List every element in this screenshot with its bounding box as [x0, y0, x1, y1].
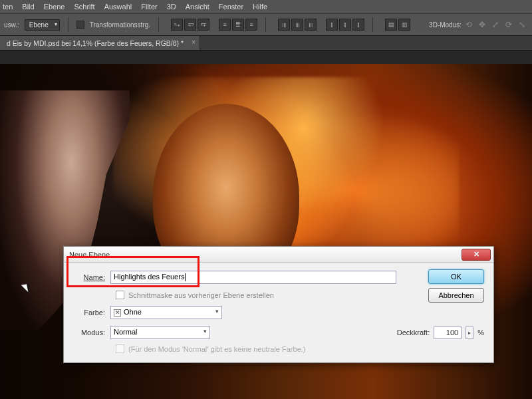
cancel-button[interactable]: Abbrechen: [428, 288, 484, 303]
none-swatch-icon: ✕: [114, 309, 121, 317]
align-icon[interactable]: ⮑: [171, 19, 183, 31]
color-dropdown[interactable]: ✕Ohne: [110, 306, 222, 319]
slide-3d-icon[interactable]: ⤢: [492, 20, 501, 29]
align-icon[interactable]: ⮓: [198, 19, 209, 31]
neutral-fill-checkbox: [116, 344, 124, 353]
new-layer-dialog: Neue Ebene ✕ OK Abbrechen Name: Highligh…: [63, 246, 494, 363]
mode-dropdown[interactable]: Normal: [110, 326, 210, 339]
separator: [265, 17, 266, 32]
distribute-icon[interactable]: ⫼: [291, 19, 303, 31]
document-tab[interactable]: d Eis by MDI.psd bei 14,1% (Farbe des Fe…: [0, 36, 200, 50]
distribute-icon[interactable]: ⫼: [278, 19, 290, 31]
mode-3d-label: 3D-Modus:: [429, 21, 462, 29]
menu-item[interactable]: Auswahl: [104, 3, 132, 11]
distribute-icon[interactable]: ⫼: [305, 19, 317, 31]
distribute-icon[interactable]: ⫿: [339, 19, 351, 31]
close-tab-icon[interactable]: ×: [192, 39, 196, 46]
dialog-title: Neue Ebene: [69, 251, 462, 259]
name-input[interactable]: Highlights des Feuers: [110, 271, 396, 284]
orbit-3d-icon[interactable]: ⟲: [466, 20, 475, 29]
close-button[interactable]: ✕: [462, 249, 491, 261]
neutral-fill-label: (Für den Modus 'Normal' gibt es keine ne…: [128, 345, 306, 353]
align-icon[interactable]: ≡: [245, 19, 257, 31]
opacity-label: Deckkraft:: [397, 329, 430, 336]
arrange-icon[interactable]: ▥: [398, 19, 410, 31]
menu-item[interactable]: Bild: [22, 3, 34, 11]
align-icon[interactable]: ≣: [232, 19, 244, 31]
clipmask-checkbox[interactable]: [116, 291, 124, 299]
distribute-icon[interactable]: ⫿: [352, 19, 364, 31]
scale-3d-icon[interactable]: ⤡: [519, 20, 528, 29]
dialog-titlebar[interactable]: Neue Ebene ✕: [64, 247, 493, 263]
menu-item[interactable]: Schrift: [74, 3, 94, 11]
menu-item[interactable]: 3D: [167, 3, 176, 11]
opacity-flyout-icon[interactable]: ▸: [466, 327, 473, 339]
menu-item[interactable]: ten: [3, 3, 13, 11]
name-label: Name:: [73, 273, 110, 281]
mouse-cursor-icon: [24, 282, 33, 295]
options-label: usw.:: [4, 21, 19, 29]
percent-sign: %: [477, 329, 484, 336]
transform-label: Transformationsstrg.: [90, 21, 150, 29]
menu-item[interactable]: Filter: [141, 3, 157, 11]
clipmask-label: Schnittmaske aus vorheriger Ebene erstel…: [128, 291, 274, 299]
layer-select-dropdown[interactable]: Ebene: [25, 19, 60, 31]
rotate-3d-icon[interactable]: ⟳: [505, 20, 515, 29]
distribute-icon[interactable]: ⫿: [326, 19, 338, 31]
align-icon[interactable]: ≡: [219, 19, 231, 31]
text-cursor: [185, 273, 186, 281]
align-icon[interactable]: ⮒: [184, 19, 196, 31]
menu-item[interactable]: Ansicht: [186, 3, 209, 11]
document-tab-bar: d Eis by MDI.psd bei 14,1% (Farbe des Fe…: [0, 36, 532, 51]
menu-item[interactable]: Fenster: [219, 3, 243, 11]
color-label: Farbe:: [73, 309, 110, 317]
pan-3d-icon[interactable]: ✥: [479, 20, 488, 29]
transform-checkbox[interactable]: [76, 21, 84, 29]
menu-bar: ten Bild Ebene Schrift Auswahl Filter 3D…: [0, 0, 532, 13]
ok-button[interactable]: OK: [428, 269, 484, 284]
mode-label: Modus:: [73, 329, 110, 336]
document-tab-title: d Eis by MDI.psd bei 14,1% (Farbe des Fe…: [7, 39, 184, 47]
arrange-icon[interactable]: ▤: [385, 19, 397, 31]
opacity-input[interactable]: 100: [434, 327, 462, 339]
separator: [68, 17, 68, 32]
menu-item[interactable]: Ebene: [44, 3, 65, 11]
options-bar: usw.: Ebene Transformationsstrg. ⮑ ⮒ ⮓ ≡…: [0, 13, 532, 36]
menu-item[interactable]: Hilfe: [253, 3, 267, 11]
separator: [158, 17, 159, 32]
separator: [372, 17, 373, 32]
